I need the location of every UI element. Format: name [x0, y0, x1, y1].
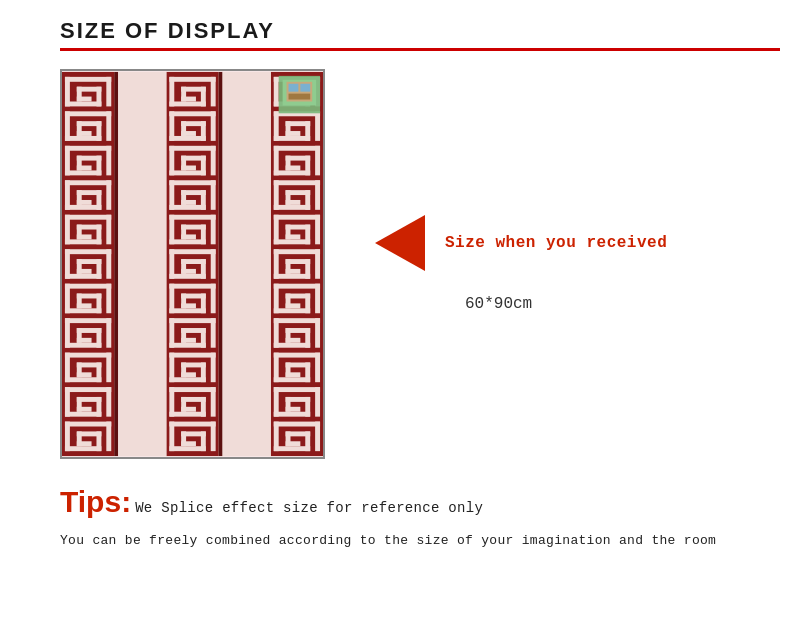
svg-rect-190 — [274, 136, 310, 141]
svg-rect-148 — [169, 318, 215, 323]
svg-rect-92 — [169, 77, 215, 82]
svg-rect-155 — [211, 318, 216, 348]
svg-rect-22 — [65, 170, 101, 175]
svg-rect-36 — [65, 215, 111, 220]
svg-rect-275 — [289, 84, 299, 92]
svg-rect-34 — [77, 200, 92, 205]
svg-rect-83 — [106, 387, 111, 417]
svg-rect-268 — [114, 72, 118, 456]
title-underline — [60, 48, 780, 51]
svg-rect-178 — [181, 441, 196, 446]
svg-rect-131 — [211, 215, 216, 245]
svg-rect-10 — [77, 97, 92, 102]
svg-rect-251 — [315, 353, 320, 383]
svg-rect-139 — [211, 249, 216, 279]
svg-rect-130 — [181, 234, 196, 239]
svg-rect-86 — [65, 446, 101, 451]
svg-rect-50 — [77, 269, 92, 274]
tips-line: Tips: We Splice effect size for referenc… — [60, 485, 727, 519]
svg-rect-122 — [181, 200, 196, 205]
svg-rect-195 — [315, 111, 320, 141]
svg-rect-44 — [65, 249, 111, 254]
svg-rect-126 — [169, 239, 205, 244]
svg-rect-214 — [274, 239, 310, 244]
svg-rect-212 — [274, 215, 320, 220]
svg-rect-244 — [274, 353, 320, 358]
svg-rect-276 — [300, 84, 310, 92]
svg-rect-14 — [65, 136, 101, 141]
svg-rect-70 — [65, 377, 101, 382]
svg-rect-179 — [211, 422, 216, 452]
svg-rect-164 — [169, 387, 215, 392]
svg-rect-114 — [181, 166, 196, 171]
svg-rect-202 — [286, 166, 301, 171]
svg-rect-115 — [211, 146, 216, 176]
svg-rect-43 — [106, 215, 111, 245]
svg-rect-156 — [169, 353, 215, 358]
svg-rect-222 — [274, 274, 310, 279]
svg-rect-84 — [65, 422, 111, 427]
svg-rect-228 — [274, 284, 320, 289]
svg-rect-58 — [77, 303, 92, 308]
svg-rect-218 — [286, 234, 301, 239]
svg-rect-110 — [169, 170, 205, 175]
svg-rect-74 — [77, 372, 92, 377]
tips-label: Tips: — [60, 485, 131, 519]
svg-rect-67 — [106, 318, 111, 348]
svg-rect-163 — [211, 353, 216, 383]
svg-rect-26 — [77, 166, 92, 171]
svg-rect-238 — [274, 343, 310, 348]
svg-rect-170 — [181, 407, 196, 412]
size-label: Size when you received — [445, 234, 667, 252]
svg-rect-118 — [169, 205, 205, 210]
svg-rect-75 — [106, 353, 111, 383]
svg-rect-138 — [181, 269, 196, 274]
svg-rect-174 — [169, 446, 205, 451]
svg-rect-235 — [315, 284, 320, 314]
page-container: SIZE OF DISPLAY — [0, 0, 787, 633]
svg-rect-230 — [274, 308, 310, 313]
svg-rect-98 — [181, 97, 196, 102]
svg-rect-27 — [106, 146, 111, 176]
svg-rect-234 — [286, 303, 301, 308]
svg-rect-258 — [286, 407, 301, 412]
svg-rect-91 — [106, 422, 111, 452]
svg-rect-107 — [211, 111, 216, 141]
svg-rect-51 — [106, 249, 111, 279]
svg-rect-196 — [274, 146, 320, 151]
svg-rect-30 — [65, 205, 101, 210]
svg-rect-158 — [169, 377, 205, 382]
svg-rect-4 — [65, 77, 111, 82]
svg-rect-147 — [211, 284, 216, 314]
svg-rect-269 — [118, 72, 166, 456]
svg-rect-132 — [169, 249, 215, 254]
svg-rect-154 — [181, 338, 196, 343]
svg-rect-94 — [169, 101, 205, 106]
svg-rect-46 — [65, 274, 101, 279]
svg-rect-271 — [223, 72, 271, 456]
svg-rect-243 — [315, 318, 320, 348]
svg-rect-140 — [169, 284, 215, 289]
svg-rect-106 — [181, 131, 196, 136]
svg-rect-28 — [65, 180, 111, 185]
tips-main-text: We Splice effect size for reference only — [135, 500, 483, 516]
svg-rect-99 — [211, 77, 216, 107]
svg-rect-38 — [65, 239, 101, 244]
size-value: 60*90cm — [465, 295, 532, 313]
svg-rect-54 — [65, 308, 101, 313]
red-arrow-icon — [375, 215, 425, 271]
svg-rect-172 — [169, 422, 215, 427]
svg-rect-220 — [274, 249, 320, 254]
svg-rect-252 — [274, 387, 320, 392]
tips-section: Tips: We Splice effect size for referenc… — [0, 469, 787, 552]
svg-rect-246 — [274, 377, 310, 382]
svg-rect-19 — [106, 111, 111, 141]
arrow-row: Size when you received — [375, 215, 667, 271]
svg-rect-267 — [315, 422, 320, 452]
svg-rect-254 — [274, 412, 310, 417]
svg-rect-78 — [65, 412, 101, 417]
svg-rect-259 — [315, 387, 320, 417]
svg-rect-102 — [169, 136, 205, 141]
pattern-svg — [62, 71, 323, 457]
svg-rect-226 — [286, 269, 301, 274]
